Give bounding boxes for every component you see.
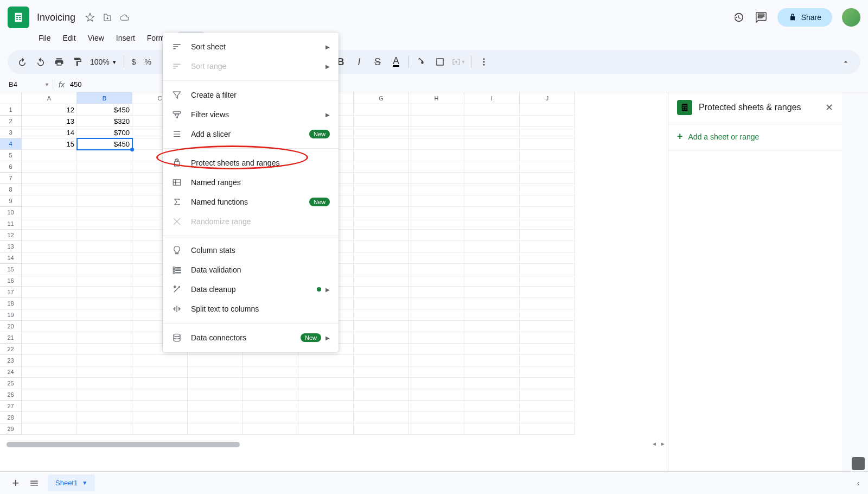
- cell[interactable]: [520, 104, 575, 116]
- col-header-J[interactable]: J: [520, 92, 575, 104]
- collapse-toolbar-icon[interactable]: [838, 54, 854, 70]
- cell[interactable]: [132, 366, 188, 378]
- cell[interactable]: 14: [22, 127, 77, 138]
- cell[interactable]: [22, 264, 77, 275]
- cell[interactable]: [132, 423, 188, 435]
- cell[interactable]: [22, 344, 77, 355]
- cell[interactable]: [409, 287, 464, 298]
- cell[interactable]: [22, 207, 77, 218]
- row-header[interactable]: 27: [0, 401, 22, 412]
- cell[interactable]: [520, 127, 575, 138]
- cell[interactable]: [77, 195, 132, 207]
- cell[interactable]: [22, 412, 77, 423]
- cell[interactable]: [354, 173, 409, 184]
- row-header[interactable]: 19: [0, 309, 22, 321]
- history-icon[interactable]: [732, 11, 745, 24]
- cell[interactable]: [22, 252, 77, 264]
- menu-sort-sheet[interactable]: Sort sheet▶: [163, 37, 339, 56]
- cell[interactable]: [188, 378, 243, 389]
- cell[interactable]: [464, 116, 520, 127]
- cell[interactable]: [22, 401, 77, 412]
- cell[interactable]: [354, 298, 409, 309]
- cell[interactable]: [409, 161, 464, 173]
- sheet-tab-sheet1[interactable]: Sheet1▼: [48, 474, 95, 491]
- row-header[interactable]: 15: [0, 264, 22, 275]
- row-header[interactable]: 4: [0, 138, 22, 150]
- cell[interactable]: [409, 321, 464, 332]
- cell[interactable]: [77, 412, 132, 423]
- add-sheet-or-range-button[interactable]: + Add a sheet or range: [668, 123, 842, 150]
- cell[interactable]: [22, 298, 77, 309]
- menu-create-filter[interactable]: Create a filter: [163, 85, 339, 105]
- cell[interactable]: [409, 412, 464, 423]
- cell[interactable]: [354, 412, 409, 423]
- menu-protect-sheets[interactable]: Protect sheets and ranges: [163, 153, 339, 173]
- row-header[interactable]: 9: [0, 195, 22, 207]
- cell[interactable]: [464, 321, 520, 332]
- menu-data-cleanup[interactable]: Data cleanup▶: [163, 280, 339, 299]
- cell[interactable]: [409, 423, 464, 435]
- cell[interactable]: [409, 332, 464, 344]
- row-header[interactable]: 25: [0, 378, 22, 389]
- cell[interactable]: [464, 161, 520, 173]
- col-header-H[interactable]: H: [409, 92, 464, 104]
- cell[interactable]: [464, 195, 520, 207]
- cell[interactable]: [354, 264, 409, 275]
- cell[interactable]: [464, 104, 520, 116]
- cell[interactable]: [520, 184, 575, 195]
- cell[interactable]: [520, 264, 575, 275]
- cell[interactable]: [520, 355, 575, 366]
- cell[interactable]: [409, 355, 464, 366]
- add-sheet-button[interactable]: +: [7, 474, 25, 492]
- row-header[interactable]: 20: [0, 321, 22, 332]
- cell[interactable]: [354, 138, 409, 150]
- cell[interactable]: [409, 298, 464, 309]
- text-color-button[interactable]: A: [388, 54, 404, 70]
- menu-file[interactable]: File: [34, 31, 56, 45]
- cell[interactable]: [132, 412, 188, 423]
- cell[interactable]: [354, 378, 409, 389]
- cell[interactable]: [77, 332, 132, 344]
- cell[interactable]: [409, 218, 464, 230]
- cell[interactable]: [298, 412, 354, 423]
- cell[interactable]: [464, 252, 520, 264]
- cell[interactable]: [243, 389, 298, 401]
- redo-icon[interactable]: [33, 54, 49, 70]
- cell[interactable]: [409, 366, 464, 378]
- cell[interactable]: [298, 423, 354, 435]
- menu-split-text[interactable]: Split text to columns: [163, 299, 339, 319]
- cell[interactable]: [354, 309, 409, 321]
- move-icon[interactable]: [103, 12, 112, 22]
- explore-button[interactable]: [852, 457, 865, 470]
- cell[interactable]: [354, 275, 409, 287]
- cell[interactable]: [520, 275, 575, 287]
- cell[interactable]: [520, 173, 575, 184]
- cell[interactable]: [520, 401, 575, 412]
- row-header[interactable]: 18: [0, 298, 22, 309]
- cell[interactable]: [298, 401, 354, 412]
- cell[interactable]: [22, 287, 77, 298]
- cell[interactable]: [520, 195, 575, 207]
- italic-button[interactable]: I: [351, 54, 367, 70]
- cell[interactable]: [354, 127, 409, 138]
- cell[interactable]: [77, 207, 132, 218]
- cell[interactable]: $450: [77, 138, 132, 150]
- cell[interactable]: [520, 161, 575, 173]
- cell[interactable]: [464, 287, 520, 298]
- row-header[interactable]: 6: [0, 161, 22, 173]
- cell[interactable]: [354, 401, 409, 412]
- row-header[interactable]: 3: [0, 127, 22, 138]
- cell[interactable]: [298, 366, 354, 378]
- row-header[interactable]: 12: [0, 230, 22, 241]
- cell[interactable]: [409, 116, 464, 127]
- cell[interactable]: [520, 344, 575, 355]
- menu-view[interactable]: View: [83, 31, 109, 45]
- paint-format-icon[interactable]: [69, 54, 86, 70]
- cell[interactable]: [520, 138, 575, 150]
- row-header[interactable]: 23: [0, 355, 22, 366]
- chevron-down-icon[interactable]: ▼: [82, 480, 87, 486]
- cell[interactable]: [520, 287, 575, 298]
- cell[interactable]: [188, 389, 243, 401]
- cell[interactable]: 12: [22, 104, 77, 116]
- zoom-select[interactable]: 100%▼: [88, 58, 119, 66]
